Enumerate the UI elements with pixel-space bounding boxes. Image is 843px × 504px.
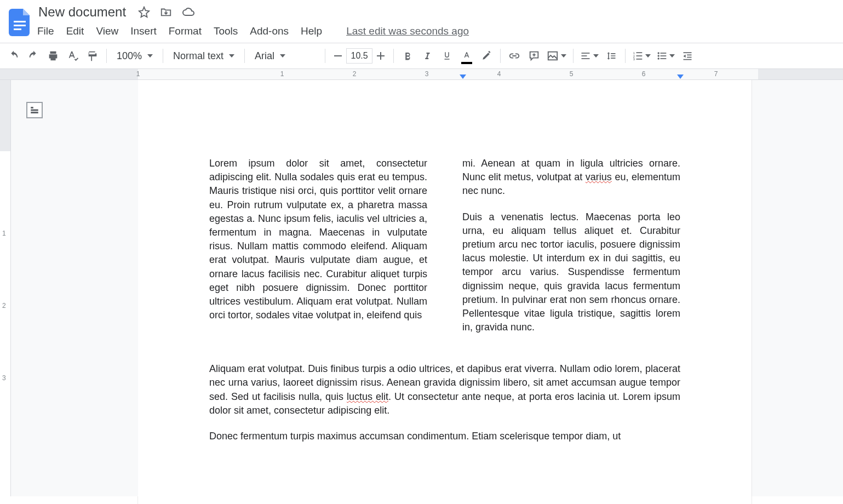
font-value: Arial bbox=[255, 50, 274, 62]
decrease-indent-icon[interactable] bbox=[678, 47, 697, 65]
left-gutter bbox=[11, 80, 138, 496]
text-color-icon[interactable] bbox=[457, 47, 476, 65]
ruler-number: 3 bbox=[425, 70, 429, 78]
menu-addons[interactable]: Add-ons bbox=[250, 25, 289, 37]
svg-point-17 bbox=[658, 55, 660, 56]
star-icon[interactable] bbox=[138, 6, 150, 18]
caret-down-icon bbox=[669, 54, 675, 58]
align-icon[interactable] bbox=[578, 50, 601, 61]
paragraph-style-select[interactable]: Normal text bbox=[168, 50, 240, 62]
ruler-number: 1 bbox=[280, 70, 284, 78]
insert-link-icon[interactable] bbox=[505, 47, 524, 65]
separator bbox=[500, 49, 501, 63]
menu-format[interactable]: Format bbox=[169, 25, 202, 37]
increase-font-icon[interactable] bbox=[372, 47, 389, 65]
separator bbox=[244, 49, 245, 63]
paragraph[interactable]: Aliquam erat volutpat. Duis finibus turp… bbox=[209, 362, 680, 417]
ruler-number: 4 bbox=[497, 70, 501, 78]
menu-insert[interactable]: Insert bbox=[130, 25, 157, 37]
vertical-ruler[interactable]: 1 2 3 bbox=[0, 80, 11, 496]
left-indent-marker[interactable] bbox=[460, 75, 466, 79]
menu-file[interactable]: File bbox=[37, 25, 54, 37]
ruler-number: 6 bbox=[642, 70, 646, 78]
ruler-number: 2 bbox=[353, 70, 357, 78]
spelling-error[interactable]: varius bbox=[586, 171, 612, 182]
line-spacing-icon[interactable] bbox=[602, 47, 621, 65]
style-value: Normal text bbox=[173, 50, 223, 62]
font-size-input[interactable]: 10.5 bbox=[346, 48, 372, 64]
italic-icon[interactable] bbox=[418, 47, 437, 65]
menu-bar: File Edit View Insert Format Tools Add-o… bbox=[36, 21, 469, 43]
svg-rect-25 bbox=[684, 59, 692, 60]
bold-icon[interactable] bbox=[398, 47, 417, 65]
toolbar: 100% Normal text Arial 10.5 123 bbox=[0, 43, 843, 69]
vruler-margin bbox=[0, 80, 10, 151]
document-title[interactable]: New document bbox=[36, 3, 128, 21]
svg-point-16 bbox=[658, 52, 660, 54]
move-icon[interactable] bbox=[160, 6, 172, 18]
svg-rect-7 bbox=[582, 53, 590, 54]
spellcheck-icon[interactable] bbox=[64, 47, 82, 65]
svg-rect-21 bbox=[661, 58, 667, 59]
highlight-color-icon[interactable] bbox=[477, 47, 496, 65]
horizontal-ruler[interactable]: 1 1 2 3 4 5 6 7 bbox=[0, 69, 843, 80]
paragraph[interactable]: Duis a venenatis lectus. Maecenas porta … bbox=[462, 210, 680, 335]
svg-rect-20 bbox=[661, 55, 667, 56]
right-indent-marker[interactable] bbox=[677, 75, 684, 79]
menu-tools[interactable]: Tools bbox=[214, 25, 238, 37]
print-icon[interactable] bbox=[44, 47, 62, 65]
svg-rect-2 bbox=[14, 28, 21, 30]
paragraph[interactable]: mi. Aenean at quam in ligula ultricies o… bbox=[462, 157, 680, 198]
svg-rect-23 bbox=[687, 55, 691, 56]
svg-rect-5 bbox=[380, 52, 381, 60]
add-comment-icon[interactable] bbox=[525, 47, 543, 65]
vruler-number: 3 bbox=[2, 374, 6, 382]
font-size-group: 10.5 bbox=[330, 47, 389, 65]
bulleted-list-icon[interactable] bbox=[654, 50, 677, 61]
last-edit-link[interactable]: Last edit was seconds ago bbox=[346, 25, 469, 37]
cloud-status-icon[interactable] bbox=[182, 7, 195, 18]
caret-down-icon bbox=[229, 54, 234, 58]
redo-icon[interactable] bbox=[24, 47, 43, 65]
svg-rect-3 bbox=[334, 55, 342, 56]
decrease-font-icon[interactable] bbox=[330, 47, 346, 65]
menu-edit[interactable]: Edit bbox=[66, 25, 84, 37]
caret-down-icon bbox=[561, 54, 566, 58]
vruler-number: 1 bbox=[2, 230, 6, 237]
ruler-number: 1 bbox=[136, 70, 140, 78]
numbered-list-icon[interactable]: 123 bbox=[630, 50, 653, 61]
zoom-value: 100% bbox=[117, 50, 142, 62]
separator bbox=[325, 49, 325, 63]
undo-icon[interactable] bbox=[4, 47, 23, 65]
caret-down-icon bbox=[147, 54, 153, 58]
spelling-error[interactable]: luctus elit bbox=[347, 391, 388, 402]
two-column-section: Lorem ipsum dolor sit amet, consectetur … bbox=[209, 157, 680, 340]
title-bar: New document File Edit View Insert Forma… bbox=[0, 0, 843, 43]
svg-rect-13 bbox=[636, 52, 643, 53]
menu-view[interactable]: View bbox=[96, 25, 118, 37]
vruler-number: 2 bbox=[2, 302, 6, 310]
caret-down-icon bbox=[593, 54, 599, 58]
paragraph[interactable]: Donec fermentum turpis maximus accumsan … bbox=[209, 429, 680, 443]
insert-image-icon[interactable] bbox=[544, 50, 569, 62]
svg-rect-1 bbox=[14, 25, 26, 26]
caret-down-icon bbox=[280, 54, 285, 58]
svg-rect-27 bbox=[31, 110, 38, 111]
menu-help[interactable]: Help bbox=[301, 25, 322, 37]
document-outline-icon[interactable] bbox=[26, 102, 43, 118]
svg-rect-0 bbox=[14, 21, 26, 22]
zoom-select[interactable]: 100% bbox=[111, 50, 158, 62]
svg-rect-8 bbox=[582, 55, 587, 56]
underline-icon[interactable] bbox=[438, 47, 456, 65]
svg-rect-19 bbox=[661, 53, 667, 54]
document-page[interactable]: Lorem ipsum dolor sit amet, consectetur … bbox=[138, 80, 752, 504]
svg-rect-22 bbox=[684, 52, 692, 53]
svg-text:3: 3 bbox=[633, 58, 635, 61]
paint-format-icon[interactable] bbox=[83, 47, 102, 65]
separator bbox=[163, 49, 163, 63]
docs-logo-icon[interactable] bbox=[5, 3, 34, 42]
ruler-number: 7 bbox=[714, 70, 718, 78]
paragraph[interactable]: Lorem ipsum dolor sit amet, consectetur … bbox=[209, 157, 427, 322]
font-select[interactable]: Arial bbox=[249, 50, 320, 62]
ruler-number: 5 bbox=[570, 70, 574, 78]
